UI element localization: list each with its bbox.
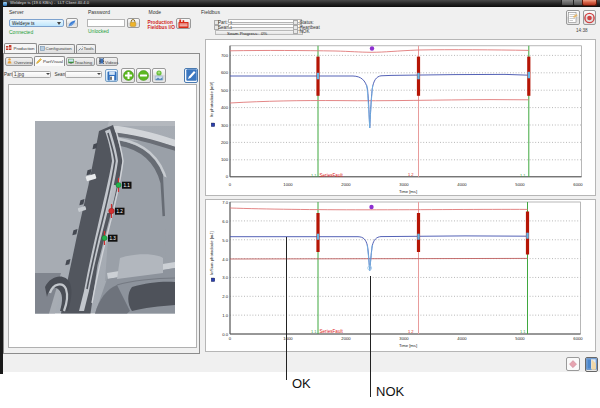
svg-text:2.0: 2.0 [222,294,228,299]
svg-text:1.0: 1.0 [222,313,228,318]
svg-text:1000: 1000 [283,182,293,187]
svg-text:0: 0 [228,182,231,187]
svg-text:500: 500 [221,87,229,92]
svg-text:4.0: 4.0 [222,257,228,262]
svg-text:1.1: 1.1 [123,183,130,188]
svg-text:6000: 6000 [573,182,583,187]
svg-text:200: 200 [221,140,229,145]
svg-text:1.3: 1.3 [109,236,116,241]
svg-text:3000: 3000 [399,182,409,187]
svg-text:4000: 4000 [457,336,467,341]
svg-text:300: 300 [221,122,229,127]
svg-text:1 1: 1 1 [520,172,526,177]
svg-text:7.0: 7.0 [222,200,228,205]
svg-text:SeriesFault: SeriesFault [319,329,343,334]
svg-text:600: 600 [221,70,229,75]
svg-text:0: 0 [225,174,228,179]
svg-text:1 2: 1 2 [408,172,414,177]
svg-text:2000: 2000 [341,182,351,187]
svg-text:400: 400 [221,105,229,110]
svg-text:3.0: 3.0 [222,275,228,280]
svg-text:4000: 4000 [457,182,467,187]
svg-text:1.2: 1.2 [116,209,123,214]
svg-text:0.0: 0.0 [222,332,228,337]
svg-text:5.0: 5.0 [222,238,228,243]
svg-text:Time [ms]: Time [ms] [398,343,416,348]
svg-text:Time [ms]: Time [ms] [398,188,416,193]
svg-text:3000: 3000 [399,336,409,341]
svg-text:5000: 5000 [515,182,525,187]
svg-text:100: 100 [221,157,229,162]
svg-text:5000: 5000 [515,336,525,341]
svg-text:6000: 6000 [573,336,583,341]
svg-text:2000: 2000 [341,336,351,341]
svg-text:SeriesFault: SeriesFault [319,172,343,177]
svg-text:IrrSum photodiode [mJ]: IrrSum photodiode [mJ] [209,231,214,275]
svg-text:1 2: 1 2 [408,329,414,334]
svg-text:Itr photodiode [mV]: Itr photodiode [mV] [209,81,214,116]
svg-text:1 1: 1 1 [520,329,526,334]
svg-text:6.0: 6.0 [222,219,228,224]
svg-text:1000: 1000 [283,336,293,341]
svg-text:700: 700 [221,53,229,58]
svg-text:1 1: 1 1 [311,329,317,334]
svg-text:1 1: 1 1 [311,172,317,177]
svg-text:0: 0 [228,336,231,341]
